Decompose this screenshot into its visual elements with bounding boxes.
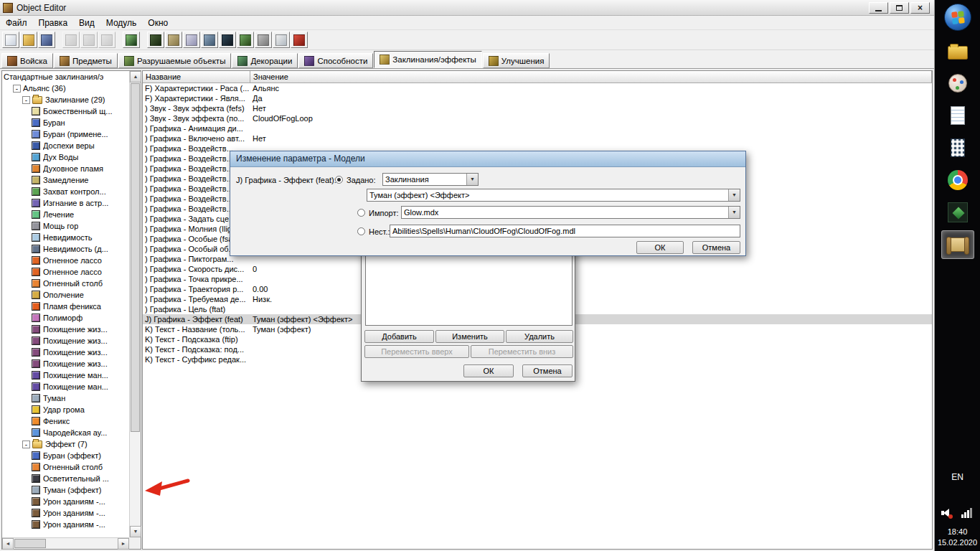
menu-item[interactable]: Вид [73,16,100,30]
explorer-taskbar-button[interactable] [941,37,974,65]
vertical-scrollbar-thumb[interactable] [131,83,140,432]
save-map-button[interactable] [38,32,55,48]
horizontal-scrollbar-thumb[interactable] [14,539,46,548]
tree-item[interactable]: Чародейская ау... [2,427,129,438]
add-button[interactable]: Добавить [364,330,434,343]
tab-items[interactable]: Предметы [54,53,118,68]
dialog-titlebar[interactable]: Изменение параметра - Модели [230,151,745,167]
ai-editor-button[interactable] [237,32,254,48]
minimize-button[interactable] [869,2,888,14]
copy-button[interactable] [98,32,116,48]
horizontal-scrollbar[interactable]: ◄ ► [2,537,129,549]
import-combobox[interactable]: Glow.mdx ▼ [401,206,740,219]
redo-button[interactable] [80,32,98,48]
tree-item[interactable]: Похищение ман... [2,381,129,392]
ok-button[interactable]: ОК [636,241,684,254]
preset-combobox[interactable]: Туман (эффект) <Эффект> ▼ [367,189,740,202]
tree-item[interactable]: Божественный щ... [2,105,129,117]
test-map-red-button[interactable] [291,32,308,48]
tree-item[interactable]: Лечение [2,209,129,220]
window-titlebar[interactable]: Object Editor × [0,0,934,16]
preset-radio[interactable] [335,176,343,184]
close-button[interactable]: × [910,2,930,14]
tab-spells[interactable]: Заклинания/эффекты [374,51,481,68]
date[interactable]: 15.02.2020 [935,538,980,547]
tree-item[interactable]: Огненное лассо [2,266,129,278]
open-map-button[interactable] [20,32,37,48]
maximize-button[interactable] [890,2,909,14]
sound-editor-button[interactable] [183,32,200,48]
undo-button[interactable] [62,32,80,48]
tree-item[interactable]: Изгнание в астр... [2,197,129,209]
chrome-taskbar-button[interactable] [941,166,974,194]
tree-item[interactable]: Похищение жиз... [2,358,129,369]
tree-item[interactable]: Урон зданиям -... [2,496,129,507]
tree-item[interactable]: -Заклинание (29) [2,94,129,105]
tree-item[interactable]: Туман (эффект) [2,484,129,496]
table-row[interactable]: ) Звук - Звук эффекта (fefs)Нет [143,103,932,113]
tree-item[interactable]: Духовное пламя [2,163,129,174]
tree-item[interactable]: Ополчение [2,289,129,301]
tree-item[interactable]: Удар грома [2,404,129,415]
ok-button[interactable]: ОК [463,364,514,377]
tree-item[interactable]: Невидимость [2,232,129,243]
clock[interactable]: 18:40 [935,527,980,536]
tree-item[interactable]: -Альянс (36) [2,83,129,94]
object-manager-button[interactable] [255,32,272,48]
import-manager-button[interactable] [273,32,290,48]
delete-button[interactable]: Удалить [506,330,573,343]
chevron-down-icon[interactable]: ▼ [728,189,740,201]
tree-item[interactable]: Феникс [2,415,129,427]
tree-item[interactable]: Осветительный ... [2,473,129,484]
object-editor-button[interactable] [201,32,218,48]
table-row[interactable]: ) Звук - Звук эффекта (по...CloudOfFogLo… [143,113,932,123]
import-radio[interactable] [357,209,365,217]
volume-icon[interactable] [941,508,951,518]
tab-doodads[interactable]: Декорации [232,53,298,68]
tree-item[interactable]: Мощь гор [2,220,129,232]
cancel-button[interactable]: Отмена [522,364,573,377]
start-button[interactable] [944,4,971,31]
move-down-button[interactable]: Переместить вниз [471,345,573,358]
table-row[interactable]: F) Характеристики - Явля...Да [143,93,932,103]
object-editor-taskbar-button[interactable] [941,230,974,259]
menu-item[interactable]: Окно [142,16,174,30]
tree-item[interactable]: Буран [2,117,129,128]
tree-item[interactable]: Похищение ман... [2,369,129,381]
move-up-button[interactable]: Переместить вверх [364,345,469,358]
tree-item[interactable]: Урон зданиям -... [2,507,129,519]
edit-button[interactable]: Изменить [435,330,504,343]
tree-item[interactable]: Огненное лассо [2,255,129,266]
tree-item[interactable]: Огненный столб [2,278,129,289]
tree-item[interactable]: Стандартные заклинания/э [2,71,129,83]
tree-item[interactable]: Огненный столб [2,461,129,473]
test-map-button[interactable] [123,32,140,48]
scroll-left-button[interactable]: ◄ [2,538,14,550]
tree-item[interactable]: Захват контрол... [2,186,129,197]
terrain-editor-button[interactable] [147,32,164,48]
custom-radio[interactable] [357,227,365,235]
tree-item[interactable]: Туман [2,392,129,404]
app-icon[interactable] [3,3,13,13]
language-indicator[interactable]: EN [935,472,980,482]
tree-item[interactable]: Урон зданиям -... [2,519,129,530]
tree-item[interactable]: Буран (примене... [2,128,129,140]
tree-item[interactable]: Буран (эффект) [2,450,129,461]
tree-item[interactable]: Невидимость (д... [2,243,129,255]
network-icon[interactable] [961,508,974,518]
tree-item[interactable]: Дух Воды [2,151,129,163]
vertical-scrollbar[interactable]: ▲ ▼ [129,71,141,537]
cancel-button[interactable]: Отмена [692,241,740,254]
table-row[interactable]: ) Графика - Включено авт...Нет [143,133,932,143]
tree-item[interactable]: Замедление [2,174,129,186]
tab-destructibles[interactable]: Разрушаемые объекты [118,53,232,68]
scroll-right-button[interactable]: ► [118,538,129,550]
expander-icon[interactable]: - [22,441,30,448]
custom-path-input[interactable]: Abilities\Spells\Human\CloudOfFog\CloudO… [390,225,740,237]
chevron-down-icon[interactable]: ▼ [728,207,740,218]
scroll-down-button[interactable]: ▼ [130,526,141,537]
calculator-taskbar-button[interactable] [941,133,974,162]
menu-item[interactable]: Файл [0,16,33,30]
table-row[interactable]: ) Графика - Анимация ди... [143,123,932,133]
expander-icon[interactable]: - [13,85,21,93]
